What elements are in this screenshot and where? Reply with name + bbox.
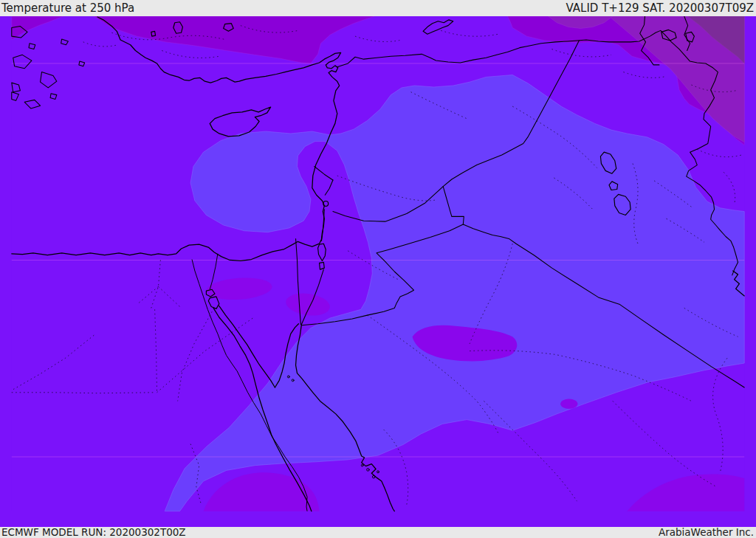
weather-app-screen: Temperature at 250 hPa VALID T+129 SAT. … — [0, 0, 756, 538]
header-bar: Temperature at 250 hPa VALID T+129 SAT. … — [0, 0, 756, 16]
map-container — [0, 16, 756, 527]
model-run-label: ECMWF MODEL RUN: 20200302T00Z — [1, 528, 186, 538]
temp-fill-warm-patch-4 — [560, 399, 577, 410]
valid-time-label: VALID T+129 SAT. 20200307T09Z — [566, 3, 754, 14]
weather-map — [0, 16, 756, 527]
map-title: Temperature at 250 hPa — [1, 3, 134, 14]
credit-label: ArabiaWeather Inc. — [659, 528, 754, 538]
temperature-fill-layer — [12, 16, 744, 511]
footer-bar: ECMWF MODEL RUN: 20200302T00Z ArabiaWeat… — [0, 527, 756, 538]
